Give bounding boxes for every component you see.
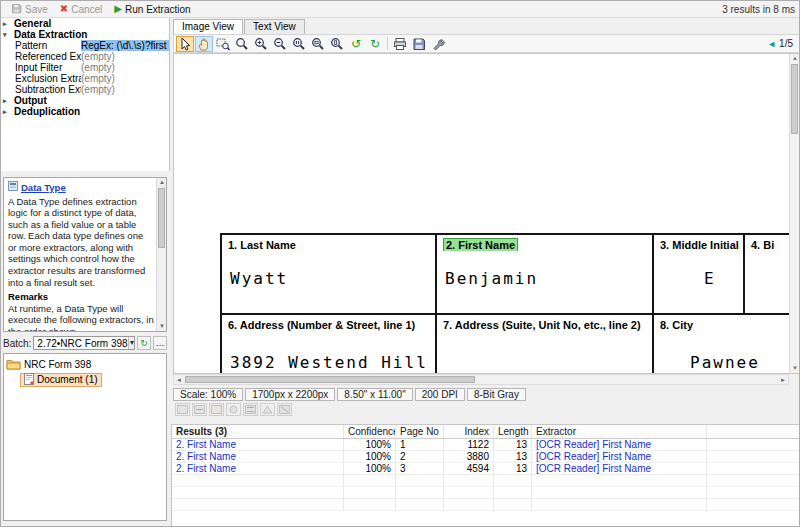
pan-tool-button[interactable] (195, 36, 213, 52)
property-value[interactable]: RegEx: (\d\.\s)?first (81, 40, 169, 51)
pixel-size-indicator: 1700px x 2200px (245, 388, 335, 401)
result-row[interactable]: 2. First Name 100% 3 4594 13 [OCR Reader… (172, 463, 800, 475)
mini-tool-icon-4[interactable] (226, 403, 241, 416)
zoom-region-button[interactable] (214, 36, 232, 52)
help-vertical-scrollbar[interactable]: ▲ ▼ (156, 178, 166, 331)
zoom-out-button[interactable] (271, 36, 289, 52)
viewer-vertical-scrollbar[interactable]: ▲ ▼ (789, 54, 799, 373)
empty-result-row (172, 475, 800, 487)
property-label: Pattern (1, 40, 81, 51)
extraction-highlight[interactable]: 2. First Name (443, 238, 518, 251)
scrollbar-thumb[interactable] (791, 64, 798, 134)
empty-cell (532, 487, 707, 498)
magnifier-button[interactable] (233, 36, 251, 52)
mini-tool-icon-6[interactable] (260, 403, 275, 416)
property-group-deduplication[interactable]: ▸ Deduplication (1, 106, 169, 117)
selected-tree-item[interactable]: Document (1) (20, 373, 102, 387)
image-viewer[interactable]: 1. Last Name Wyatt 2. First Name Benjami… (173, 53, 800, 374)
chevron-right-icon: ▸ (3, 106, 11, 117)
column-header-index[interactable]: Index (444, 425, 494, 438)
column-header-confidence[interactable]: Confidence (344, 425, 396, 438)
group-label: Deduplication (14, 106, 80, 117)
rotate-ccw-button[interactable]: ↺ (347, 36, 365, 52)
property-row-exclusion-extractor[interactable]: Exclusion Extract (empty) (1, 73, 169, 84)
pointer-tool-button[interactable] (176, 36, 194, 52)
result-page: 1 (396, 439, 444, 450)
page-navigation: ◄ 1/5 (767, 38, 797, 49)
viewer-settings-button[interactable] (429, 36, 447, 52)
chevron-right-icon: ▸ (3, 95, 11, 106)
property-row-pattern[interactable]: Pattern RegEx: (\d\.\s)?first (1, 40, 169, 51)
property-group-output[interactable]: ▸ Output (1, 95, 169, 106)
property-group-data-extraction[interactable]: ▾ Data Extraction (1, 29, 169, 40)
column-header-extractor[interactable]: Extractor (532, 425, 707, 438)
property-value[interactable]: (empty) (81, 73, 169, 84)
tab-text-view[interactable]: Text View (244, 19, 305, 34)
property-row-input-filter[interactable]: Input Filter (empty) (1, 62, 169, 73)
viewer-horizontal-scrollbar[interactable]: ◄ ► (173, 374, 789, 385)
field-value: Pawnee (690, 353, 760, 372)
scroll-up-icon[interactable]: ▲ (790, 54, 800, 63)
document-icon (24, 373, 34, 387)
tree-node-document[interactable]: Document (1) (6, 372, 164, 387)
column-header-length[interactable]: Length (494, 425, 532, 438)
column-header-page-no[interactable]: Page No (396, 425, 444, 438)
scale-indicator: Scale: 100% (173, 388, 243, 401)
run-extraction-label: Run Extraction (125, 4, 191, 15)
dropdown-arrow-icon[interactable]: ▼ (128, 337, 135, 349)
empty-cell (172, 475, 344, 486)
image-viewer-toolbar: ↺ ↻ ◄ 1/5 (173, 34, 800, 53)
property-value[interactable]: (empty) (81, 51, 169, 62)
zoom-fit-page-button[interactable] (328, 36, 346, 52)
previous-page-icon[interactable]: ◄ (767, 39, 776, 49)
empty-cell (707, 475, 800, 486)
refresh-batch-button[interactable]: ↻ (137, 336, 151, 350)
mini-tool-icon-5[interactable] (243, 403, 258, 416)
zoom-fit-width-icon (311, 37, 325, 51)
mini-tool-icon-2[interactable] (192, 403, 207, 416)
mini-tool-icon-1[interactable] (175, 403, 190, 416)
cancel-button[interactable]: ✖ Cancel (56, 2, 107, 17)
tree-node-batch-root[interactable]: NRC Form 398 (6, 357, 164, 372)
results-title[interactable]: Results (3) (172, 425, 344, 438)
save-label: Save (25, 4, 48, 15)
property-value[interactable]: (empty) (81, 84, 169, 95)
mini-tool-icon-7[interactable] (277, 403, 292, 416)
property-group-general[interactable]: ▸ General (1, 18, 169, 29)
print-button[interactable] (391, 36, 409, 52)
save-disk-icon (11, 3, 22, 16)
save-button[interactable]: Save (7, 2, 52, 17)
save-image-button[interactable] (410, 36, 428, 52)
run-extraction-button[interactable]: ▶ Run Extraction (110, 2, 194, 17)
scroll-left-icon[interactable]: ◄ (174, 377, 184, 383)
page-size-indicator: 8.50" x 11.00" (337, 388, 412, 401)
zoom-actual-size-button[interactable] (290, 36, 308, 52)
refresh-view-button[interactable]: ↻ (366, 36, 384, 52)
wrench-icon (431, 37, 445, 51)
result-row[interactable]: 2. First Name 100% 1 1122 13 [OCR Reader… (172, 439, 800, 451)
mini-tool-icon-3[interactable] (209, 403, 224, 416)
property-value[interactable]: (empty) (81, 62, 169, 73)
property-row-subtraction-extractor[interactable]: Subtraction Extra (empty) (1, 84, 169, 95)
scroll-down-icon[interactable]: ▼ (157, 322, 167, 331)
property-row-referenced-extractors[interactable]: Referenced Extra (empty) (1, 51, 169, 62)
data-type-link[interactable]: Data Type (21, 182, 66, 194)
scroll-down-icon[interactable]: ▼ (790, 364, 800, 373)
scroll-right-icon[interactable]: ► (778, 377, 788, 383)
property-label: Input Filter (1, 62, 81, 73)
batch-selector-row: Batch: 2.72•NRC Form 398 ▼ ↻ … (3, 335, 167, 351)
tab-image-view[interactable]: Image View (173, 19, 243, 34)
field-value: Benjamin (445, 269, 538, 288)
batch-combobox[interactable]: 2.72•NRC Form 398 ▼ (33, 336, 135, 350)
field-label: 2. First Name (437, 235, 652, 251)
batch-options-button[interactable]: … (153, 336, 167, 350)
extraction-status-text: 3 results in 8 ms (722, 4, 795, 15)
property-grid: ▸ General ▾ Data Extraction Pattern RegE… (1, 18, 170, 171)
tree-node-label: Document (1) (37, 374, 98, 385)
result-row[interactable]: 2. First Name 100% 2 3880 13 [OCR Reader… (172, 451, 800, 463)
scrollbar-thumb[interactable] (185, 376, 475, 383)
zoom-fit-width-button[interactable] (309, 36, 327, 52)
scroll-up-icon[interactable]: ▲ (157, 178, 167, 187)
zoom-in-button[interactable] (252, 36, 270, 52)
scrollbar-thumb[interactable] (158, 188, 165, 248)
